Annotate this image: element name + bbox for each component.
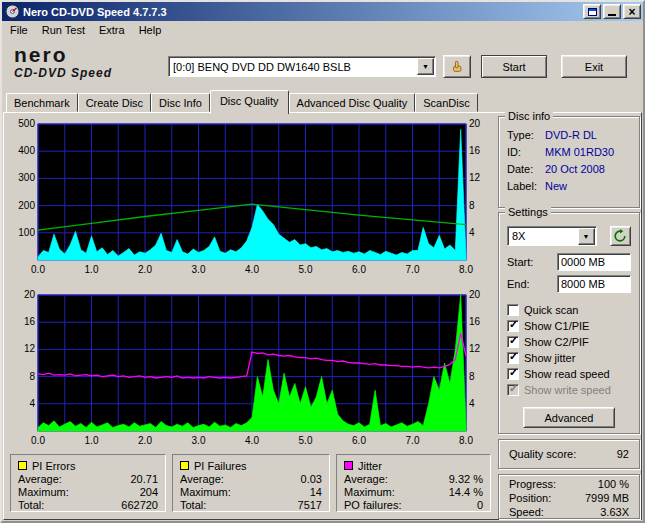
svg-text:1.0: 1.0 — [85, 264, 99, 275]
advanced-button[interactable]: Advanced — [523, 407, 615, 428]
settings-checkboxes: Quick scan Show C1/PIE Show C2/PIF Show … — [507, 302, 631, 398]
tab-benchmark[interactable]: Benchmark — [6, 93, 78, 112]
disc-id-row: ID: MKM 01RD30 — [499, 144, 639, 161]
quick-scan-checkbox[interactable]: Quick scan — [507, 302, 631, 318]
svg-text:4: 4 — [469, 227, 475, 238]
position-value: 7999 MB — [585, 492, 629, 505]
svg-text:4.0: 4.0 — [245, 264, 259, 275]
checkbox-label: Show jitter — [524, 352, 575, 364]
checkbox-box — [507, 336, 519, 348]
svg-text:12: 12 — [469, 172, 481, 183]
end-label: End: — [507, 278, 530, 290]
position-label: Position: — [509, 492, 551, 505]
disc-type-value: DVD-R DL — [545, 127, 597, 144]
jitter-head: Jitter — [344, 459, 483, 472]
svg-text:7.0: 7.0 — [406, 264, 420, 275]
minimize-button[interactable] — [603, 4, 621, 19]
svg-text:0.0: 0.0 — [31, 264, 45, 275]
pi-failures-head: PI Failures — [180, 459, 322, 472]
show-read-speed-checkbox[interactable]: Show read speed — [507, 366, 631, 382]
disc-label-label: Label: — [507, 178, 545, 195]
quality-score-row: Quality score: 92 — [499, 440, 639, 468]
disc-date-value: 20 Oct 2008 — [545, 161, 605, 178]
svg-text:5.0: 5.0 — [299, 435, 313, 446]
stat-row: PO failures:0 — [344, 499, 483, 512]
disc-id-value: MKM 01RD30 — [545, 144, 614, 161]
tab-strip: Benchmark Create Disc Disc Info Disc Qua… — [6, 90, 478, 114]
settings-group: Settings 8X ▼ Start: 0000 MB End: 8000 M… — [498, 212, 640, 434]
svg-text:20: 20 — [24, 289, 36, 300]
svg-text:8: 8 — [469, 371, 475, 382]
speed-select-value: 8X — [508, 230, 577, 242]
drive-select[interactable]: [0:0] BENQ DVD DD DW1640 BSLB ▼ — [168, 56, 436, 77]
tab-disc-info[interactable]: Disc Info — [151, 93, 210, 112]
show-c2-pif-checkbox[interactable]: Show C2/PIF — [507, 334, 631, 350]
chevron-down-icon[interactable]: ▼ — [417, 58, 434, 75]
exit-button[interactable]: Exit — [561, 55, 627, 78]
checkbox-label: Quick scan — [524, 304, 578, 316]
titlebar-app-button[interactable] — [583, 4, 601, 19]
svg-text:400: 400 — [18, 145, 35, 156]
menu-extra[interactable]: Extra — [92, 22, 132, 38]
disc-id-label: ID: — [507, 144, 545, 161]
svg-text:4: 4 — [29, 398, 35, 409]
menu-help[interactable]: Help — [132, 22, 169, 38]
chevron-down-icon[interactable]: ▼ — [578, 228, 595, 245]
window-title: Nero CD-DVD Speed 4.7.7.3 — [23, 6, 581, 18]
speed-label: Speed: — [509, 506, 544, 519]
start-field-row: Start: 0000 MB — [507, 253, 631, 271]
end-input[interactable]: 8000 MB — [557, 275, 631, 293]
tab-advanced-disc-quality[interactable]: Advanced Disc Quality — [289, 93, 416, 112]
svg-text:0.0: 0.0 — [31, 435, 45, 446]
refresh-button[interactable] — [610, 226, 631, 246]
checkbox-label: Show read speed — [524, 368, 610, 380]
svg-text:8: 8 — [29, 371, 35, 382]
speed-select[interactable]: 8X ▼ — [507, 226, 597, 246]
toolbar: nero CD-DVD Speed [0:0] BENQ DVD DD DW16… — [2, 39, 643, 91]
refresh-icon — [613, 229, 627, 243]
close-icon: × — [628, 7, 635, 17]
jitter-title: Jitter — [358, 460, 382, 472]
close-button[interactable]: × — [623, 4, 641, 19]
svg-text:300: 300 — [18, 172, 35, 183]
show-c1-pie-checkbox[interactable]: Show C1/PIE — [507, 318, 631, 334]
checkbox-box — [507, 368, 519, 380]
show-jitter-checkbox[interactable]: Show jitter — [507, 350, 631, 366]
svg-text:12: 12 — [469, 343, 481, 354]
svg-text:100: 100 — [18, 227, 35, 238]
menu-run-test[interactable]: Run Test — [35, 22, 92, 38]
svg-text:16: 16 — [469, 145, 481, 156]
start-label: Start: — [507, 256, 533, 268]
app-window: Nero CD-DVD Speed 4.7.7.3 × File Run Tes… — [0, 0, 645, 523]
tab-create-disc[interactable]: Create Disc — [78, 93, 151, 112]
quality-score-label: Quality score: — [509, 448, 576, 460]
svg-text:2.0: 2.0 — [138, 435, 152, 446]
svg-text:8.0: 8.0 — [459, 435, 473, 446]
progress-label: Progress: — [509, 478, 556, 491]
svg-text:20: 20 — [469, 289, 481, 300]
titlebar: Nero CD-DVD Speed 4.7.7.3 × — [2, 2, 643, 21]
svg-text:8.0: 8.0 — [459, 264, 473, 275]
tab-scandisc[interactable]: ScanDisc — [415, 93, 477, 112]
checkbox-label: Show write speed — [524, 384, 611, 396]
stat-row: Maximum:204 — [18, 486, 158, 499]
svg-text:2.0: 2.0 — [138, 264, 152, 275]
svg-text:16: 16 — [469, 316, 481, 327]
menu-file[interactable]: File — [3, 22, 35, 38]
svg-text:4.0: 4.0 — [245, 435, 259, 446]
stat-row: Maximum:14 — [180, 486, 322, 499]
start-input[interactable]: 0000 MB — [557, 253, 631, 271]
disc-info-title: Disc info — [505, 110, 553, 122]
tab-disc-quality[interactable]: Disc Quality — [210, 90, 289, 114]
hand-pointer-button[interactable] — [443, 55, 471, 78]
position-row: Position: 7999 MB — [499, 492, 639, 505]
svg-text:16: 16 — [24, 316, 36, 327]
svg-text:1.0: 1.0 — [85, 435, 99, 446]
nero-logo: nero CD-DVD Speed — [14, 44, 112, 79]
disc-date-row: Date: 20 Oct 2008 — [499, 161, 639, 178]
start-button[interactable]: Start — [481, 55, 547, 78]
logo-subtext: CD-DVD Speed — [14, 67, 112, 79]
settings-title: Settings — [505, 206, 551, 218]
jitter-legend-icon — [344, 461, 353, 470]
stat-row: Average:20.71 — [18, 473, 158, 486]
